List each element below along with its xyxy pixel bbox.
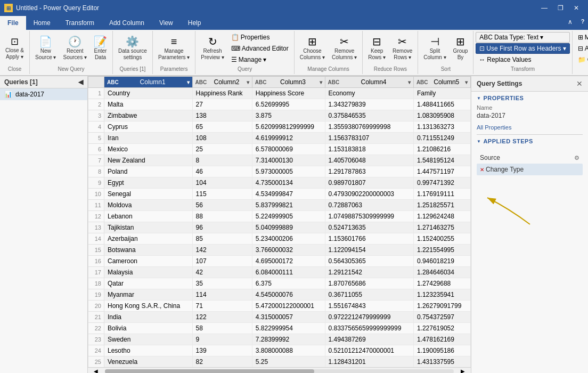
data-source-settings-button[interactable]: ⚙️ Data sourcesettings (115, 34, 150, 63)
table-row[interactable]: 20Hong Kong S.A.R., China715.47200012200… (88, 301, 471, 312)
table-cell: 1.478162169 (413, 334, 470, 345)
table-row[interactable]: 18Qatar356.3751.8707656861.27429688 (88, 278, 471, 289)
table-cell: 1.488411665 (413, 99, 470, 110)
data-type-button[interactable]: ABC Data Type: Text ▾ (476, 32, 569, 43)
all-properties-link[interactable]: All Properties (477, 124, 511, 131)
tab-view[interactable]: View (152, 16, 181, 30)
manage-label: Manage ▾ (239, 56, 267, 63)
applied-steps-section-title: APPLIED STEPS (477, 138, 583, 144)
table-cell: Cyprus (104, 121, 193, 133)
use-first-row-button[interactable]: ⊡ Use First Row as Headers ▾ (476, 43, 569, 54)
table-row[interactable]: 10Senegal1154.5349998470.479309022000000… (88, 189, 471, 200)
table-cell: 1.494387269 (325, 334, 413, 345)
recent-sources-button[interactable]: 🕐 RecentSources ▾ (60, 34, 89, 63)
table-row[interactable]: 24Lesotho1393.8080000880.521012124700000… (88, 345, 471, 356)
column4-header[interactable]: ABC Column4 ▾ (325, 77, 413, 88)
table-cell: 1.227619052 (413, 323, 470, 334)
table-row[interactable]: 12Lebanon885.2249999051.0749887530999999… (88, 211, 471, 222)
query-settings-title: Query Settings (477, 80, 522, 87)
table-row[interactable]: 5Iran1084.6199999121.15637831070.7115512… (88, 133, 471, 144)
table-row[interactable]: 6Mexico256.5780000691.1531838181.2108621… (88, 144, 471, 155)
table-row[interactable]: 1CountryHappiness RankHappiness ScoreEco… (88, 88, 471, 99)
table-row[interactable]: 9Egypt1044.7350001340.9897018070.9974713… (88, 177, 471, 189)
step-source[interactable]: Source ⚙ (477, 152, 583, 164)
table-cell: 3.808000088 (252, 345, 325, 356)
column2-header[interactable]: ABC Column2 ▾ (192, 77, 252, 88)
remove-rows-button[interactable]: ✂ RemoveRows ▾ (389, 34, 415, 63)
data-type-icon: ABC (479, 34, 493, 41)
step-delete-icon[interactable]: ✕ (480, 167, 484, 173)
row-number: 7 (88, 155, 104, 166)
tab-add-column[interactable]: Add Column (102, 16, 152, 30)
data-source-settings-icon: ⚙️ (126, 36, 139, 47)
table-row[interactable]: 21India1224.3150000570.97222124799999990… (88, 312, 471, 323)
column1-header[interactable]: ABC Column1 ▾ (104, 77, 193, 88)
choose-columns-label: ChooseColumns ▾ (300, 48, 325, 61)
table-row[interactable]: 8Poland465.9730000051.2917878631.4475711… (88, 166, 471, 177)
close-apply-button[interactable]: ⊡ Close &Apply ▾ (2, 35, 27, 62)
table-row[interactable]: 19Myanmar1144.5450000760.367110551.12323… (88, 289, 471, 301)
table-row[interactable]: 4Cyprus655.6209998129999991.355938076999… (88, 121, 471, 133)
close-apply-label: Close &Apply ▾ (5, 47, 24, 60)
combine-files-button[interactable]: 📁 Combine Files (575, 54, 588, 65)
table-row[interactable]: 7New Zealand87.3140001301.4057060481.548… (88, 155, 471, 166)
refresh-preview-button[interactable]: ↻ RefreshPreview ▾ (198, 34, 227, 63)
step-change-type[interactable]: ✕ Change Type (477, 164, 583, 175)
col2-dropdown[interactable]: ▾ (247, 79, 249, 85)
table-row[interactable]: 23Sweden97.283999921.4943872691.47816216… (88, 334, 471, 345)
column3-header[interactable]: ABC Column3 ▾ (252, 77, 325, 88)
properties-button[interactable]: 📋 Properties (228, 32, 292, 43)
sidebar-item-data-2017[interactable]: 📊 data-2017 (0, 88, 87, 100)
close-button[interactable]: ✕ (569, 2, 584, 14)
tab-transform[interactable]: Transform (58, 16, 102, 30)
replace-values-button[interactable]: ↔ Replace Values (476, 54, 569, 65)
tab-file[interactable]: File (0, 16, 26, 30)
ribbon-collapse-button[interactable]: ∧ (562, 16, 577, 28)
table-row[interactable]: 11Moldova565.8379998210.728870631.251825… (88, 200, 471, 211)
keep-rows-button[interactable]: ⊟ KeepRows ▾ (365, 34, 389, 63)
table-row[interactable]: 17Malaysia426.0840001111.291215421.28464… (88, 267, 471, 278)
table-cell: 1.153183818 (325, 144, 413, 155)
choose-columns-button[interactable]: ⊞ ChooseColumns ▾ (297, 34, 328, 63)
tab-home[interactable]: Home (26, 16, 58, 30)
manage-button[interactable]: ☰ Manage ▾ (228, 54, 292, 65)
table-row[interactable]: 2Malta276.526999951.3432798391.488411665 (88, 99, 471, 110)
remove-columns-button[interactable]: ✂ RemoveColumns ▾ (329, 34, 360, 63)
col1-dropdown[interactable]: ▾ (187, 79, 190, 85)
split-column-button[interactable]: ⊣ SplitColumn ▾ (420, 34, 449, 63)
minimize-button[interactable]: — (537, 2, 552, 14)
sidebar-collapse-icon[interactable]: ◀ (78, 78, 83, 86)
col4-dropdown[interactable]: ▾ (408, 79, 411, 85)
advanced-editor-button[interactable]: ⌨ Advanced Editor (228, 43, 292, 54)
table-row[interactable]: 22Bolivia585.8229999540.8337565659999999… (88, 323, 471, 334)
append-queries-button[interactable]: ⊟ Append Queries ▾ (575, 43, 588, 54)
col3-dropdown[interactable]: ▾ (320, 79, 322, 85)
table-row[interactable]: 25Venezuela825.251.1284312011.431337595 (88, 356, 471, 368)
restore-button[interactable]: ❐ (553, 2, 568, 14)
table-row[interactable]: 16Cameroon1074.6950001720.5643053650.946… (88, 256, 471, 267)
table-row[interactable]: 15Botswana1423.7660000321.1220941541.221… (88, 245, 471, 256)
scroll-area[interactable]: ABC Column1 ▾ ABC Column2 ▾ (88, 76, 471, 367)
scroll-left-btn[interactable]: ◀ (88, 368, 104, 373)
manage-parameters-button[interactable]: ≡ ManageParameters ▾ (155, 34, 193, 63)
merge-queries-button[interactable]: ⊞ Merge Queries ▾ (575, 32, 588, 43)
group-by-button[interactable]: ⊞ GroupBy (450, 34, 471, 63)
help-button[interactable]: ? (577, 16, 588, 27)
scroll-thumb[interactable] (105, 369, 314, 374)
table-row[interactable]: 13Tajikistan965.0409998890.5247136351.27… (88, 222, 471, 233)
new-source-button[interactable]: 📄 NewSource ▾ (32, 34, 59, 63)
scroll-right-btn[interactable]: ▶ (455, 368, 471, 373)
column5-header[interactable]: ABC Column5 ▾ (413, 77, 470, 88)
table-cell: 9 (192, 334, 252, 345)
horizontal-scrollbar[interactable]: ◀ ▶ (88, 367, 471, 373)
table-row[interactable]: 14Azerbaijan855.2340002061.1536017661.15… (88, 233, 471, 245)
enter-data-button[interactable]: 📝 EnterData (91, 34, 110, 63)
col5-dropdown[interactable]: ▾ (465, 79, 468, 85)
step-source-settings-icon[interactable]: ⚙ (574, 155, 579, 161)
tab-help[interactable]: Help (181, 16, 209, 30)
row-number: 13 (88, 222, 104, 233)
content-area: ABC Column1 ▾ ABC Column2 ▾ (88, 76, 471, 373)
table-row[interactable]: 3Zimbabwe1383.8750.3758465351.083095908 (88, 110, 471, 121)
table-cell: 1.447571197 (413, 166, 470, 177)
query-settings-close-button[interactable]: ✕ (576, 79, 583, 88)
